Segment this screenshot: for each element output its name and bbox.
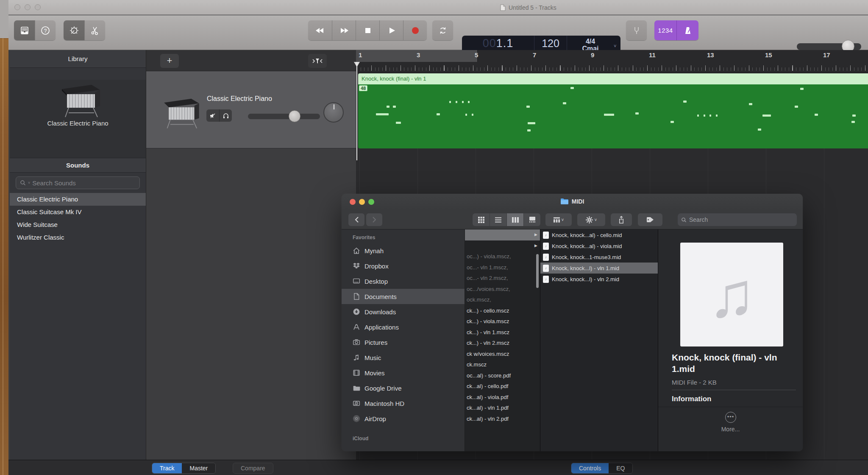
mute-button[interactable] <box>206 109 219 122</box>
group-by-button[interactable]: ˅ <box>545 213 572 226</box>
sidebar-item[interactable]: Desktop <box>342 274 465 289</box>
list-view-button[interactable] <box>490 213 506 226</box>
eq-tab[interactable]: EQ <box>609 463 632 473</box>
midi-note <box>396 122 401 124</box>
music-note-icon <box>353 354 360 361</box>
rewind-button[interactable] <box>308 20 332 40</box>
tuner-button[interactable] <box>626 20 647 40</box>
cycle-button[interactable] <box>432 20 453 40</box>
sound-list-item[interactable]: Classic Electric Piano <box>10 193 146 206</box>
sidebar-item[interactable]: Applications <box>342 319 465 335</box>
play-button[interactable] <box>379 20 403 40</box>
sidebar-item[interactable]: Google Drive <box>342 380 465 396</box>
compare-button[interactable]: Compare <box>233 463 273 474</box>
close-button[interactable] <box>14 4 20 10</box>
file-row[interactable]: ck...) - vln 1.mscz <box>465 327 540 338</box>
track-header[interactable]: Classic Electric Piano <box>146 71 356 148</box>
file-row[interactable]: ck...al) - viola.pdf <box>465 392 540 403</box>
sidebar-item[interactable]: Downloads <box>342 304 465 319</box>
midi-region[interactable]: Knock, knock (final) - vln 1 48 <box>358 73 868 148</box>
forward-button[interactable] <box>366 213 382 226</box>
controls-tab[interactable]: Controls <box>571 463 609 473</box>
sidebar-item[interactable]: Documents <box>342 289 465 304</box>
metronome-group: 1234 <box>654 20 698 40</box>
stop-button[interactable] <box>356 20 379 40</box>
sound-list-item[interactable]: Wurlitzer Classic <box>10 231 146 244</box>
more-button[interactable]: More... <box>658 426 803 433</box>
svg-text:?: ? <box>44 28 47 34</box>
sound-list-item[interactable]: Classic Suitcase Mk IV <box>10 206 146 218</box>
master-tab[interactable]: Master <box>182 463 215 473</box>
sidebar-item[interactable]: Music <box>342 350 465 365</box>
track-volume-knob[interactable] <box>289 110 300 122</box>
finder-search-field[interactable]: Search <box>678 213 797 226</box>
count-in-button[interactable]: 1234 <box>654 20 676 40</box>
icon-view-button[interactable] <box>473 213 490 226</box>
file-row[interactable]: ♪ Knock, knock...l) - vln 1.mid <box>540 263 658 274</box>
home-icon <box>353 247 360 254</box>
file-row[interactable]: ck...al) - cello.pdf <box>465 381 540 392</box>
share-button[interactable] <box>611 213 632 226</box>
action-menu-button[interactable]: ˅ <box>577 213 605 226</box>
tags-button[interactable] <box>638 213 662 226</box>
sidebar-item[interactable]: AirDrop <box>342 411 465 426</box>
library-header: Library <box>10 50 146 68</box>
quick-help-button[interactable]: ? <box>35 20 56 40</box>
file-row[interactable] <box>465 240 540 251</box>
track-tab[interactable]: Track <box>152 463 182 473</box>
sidebar-item[interactable]: Mynah <box>342 243 465 258</box>
sidebar-item[interactable]: Macintosh HD <box>342 396 465 411</box>
file-row[interactable]: ck...al) - vln 2.pdf <box>465 414 540 425</box>
file-row[interactable]: ck...) - cello.mscz <box>465 305 540 316</box>
file-row[interactable]: oc...- vln 1.mscz, <box>465 262 540 273</box>
smart-controls-button[interactable] <box>64 20 84 40</box>
pan-knob[interactable] <box>323 102 344 123</box>
region-badge: 48 <box>359 85 367 91</box>
midi-note <box>709 115 711 117</box>
minimize-button[interactable] <box>25 4 31 10</box>
metronome-icon <box>683 25 693 36</box>
editors-button[interactable] <box>84 20 105 40</box>
file-row[interactable] <box>465 229 540 240</box>
file-row[interactable]: ock.mscz, <box>465 294 540 305</box>
column-scrollbar[interactable] <box>536 254 539 288</box>
file-row[interactable]: oc...al) - score.pdf <box>465 370 540 381</box>
file-row[interactable]: oc.../voices.mscz, <box>465 284 540 295</box>
file-row[interactable]: ck...al) - vln 1.pdf <box>465 402 540 414</box>
midi-note <box>704 115 705 117</box>
file-row[interactable]: ck w/voices.mscz <box>465 349 540 360</box>
midi-file-icon: ♪ <box>543 265 549 272</box>
back-button[interactable] <box>348 213 364 226</box>
timeline-ruler[interactable]: 1357911131517 <box>356 50 868 73</box>
file-row[interactable]: ck...) - vln 2.mscz <box>465 338 540 349</box>
preview-filename: Knock, knock (final) - vln 1.mid <box>672 352 794 375</box>
file-row[interactable]: ♪ Knock, knock...l) - vln 2.mid <box>540 274 658 285</box>
file-row[interactable]: oc...) - viola.mscz, <box>465 251 540 262</box>
file-row[interactable]: ♪ Knock, knock...1-muse3.mid <box>540 251 658 263</box>
sidebar-item[interactable]: Movies <box>342 365 465 380</box>
track-volume-slider[interactable] <box>248 114 320 119</box>
sound-search-field[interactable]: ˅ Search Sounds <box>16 176 140 189</box>
fast-forward-button[interactable] <box>332 20 356 40</box>
file-row[interactable]: oc...- vln 2.mscz, <box>465 273 540 284</box>
solo-button[interactable] <box>219 109 232 122</box>
mute-solo-group <box>206 109 232 122</box>
catch-playhead-button[interactable] <box>308 54 327 68</box>
more-ellipsis-icon[interactable]: ••• <box>725 412 736 423</box>
sidebar-item[interactable]: Dropbox <box>342 258 465 274</box>
file-row[interactable]: ck.mscz <box>465 359 540 370</box>
sidebar-item[interactable]: Pictures <box>342 335 465 350</box>
file-row[interactable]: ♪ Knock, knock...al) - viola.mid <box>540 240 658 251</box>
metronome-button[interactable] <box>676 20 698 40</box>
library-toggle-button[interactable] <box>14 20 35 40</box>
gallery-view-button[interactable] <box>523 213 540 226</box>
electric-piano-image <box>53 80 103 119</box>
record-button[interactable] <box>403 20 427 40</box>
file-row[interactable]: ck...) - viola.mscz <box>465 316 540 327</box>
column-view-button[interactable] <box>506 213 523 226</box>
sound-list-item[interactable]: Wide Suitcase <box>10 218 146 231</box>
zoom-button[interactable] <box>35 4 41 10</box>
ruler-ticks <box>357 62 868 73</box>
file-row[interactable]: ♪ Knock, knock...al) - cello.mid <box>540 229 658 240</box>
add-track-button[interactable]: + <box>160 54 179 68</box>
